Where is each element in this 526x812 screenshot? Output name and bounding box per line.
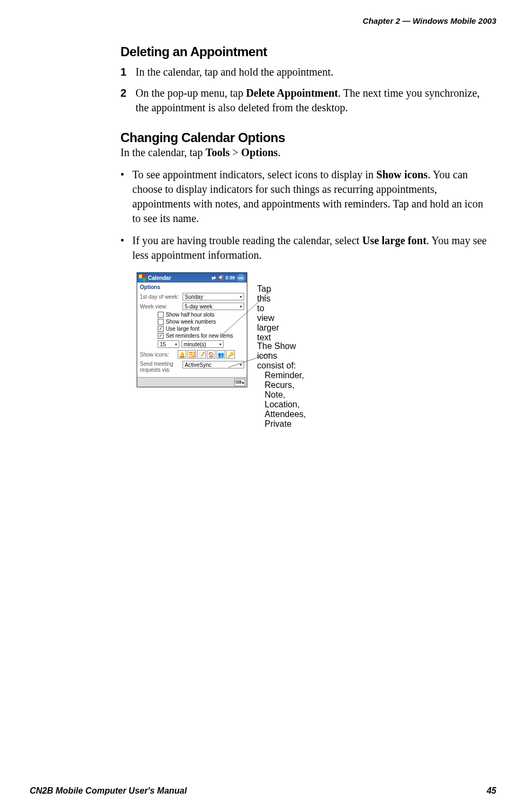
cb-half-hour-row: Show half hour slots (137, 311, 247, 318)
text: > (230, 146, 241, 158)
reminder-icon[interactable]: 🔔 (178, 350, 186, 359)
send-meeting-dropdown[interactable]: ActiveSync (183, 361, 244, 368)
send-meeting-row: Send meeting requests via: ActiveSync (137, 360, 247, 374)
callout-line2: Reminder, Recurs, Note, Location, Attend… (265, 371, 306, 429)
cb-label: Set reminders for new items (166, 333, 233, 339)
dropdown-value: 5-day week (185, 304, 212, 310)
heading-deleting: Deleting an Appointment (120, 44, 491, 59)
connectivity-icon[interactable]: ⇄ (212, 275, 216, 280)
callout-large-text: Tap this to view larger text (257, 284, 279, 343)
text: In the calendar, tap (120, 146, 205, 158)
page-footer: CN2B Mobile Computer User's Manual 45 (30, 786, 496, 796)
step-1: 1 In the calendar, tap and hold the appo… (120, 65, 491, 79)
bullet-text: To see appointment indicators, select ic… (132, 167, 491, 226)
dropdown-value: minute(s) (184, 341, 206, 347)
cb-label: Use large font (166, 326, 199, 332)
bullet-marker: • (120, 167, 132, 226)
sip-bar: ⌨▴ (137, 377, 247, 387)
callout-line1: The Show icons consist of: (257, 341, 306, 371)
ok-button[interactable]: ok (237, 274, 245, 281)
heading-changing: Changing Calendar Options (120, 130, 491, 145)
note-icon[interactable]: 📝 (197, 350, 206, 359)
cb-label: Show week numbers (166, 319, 216, 325)
step-text: In the calendar, tap and hold the appoin… (136, 65, 491, 79)
clock[interactable]: 3:39 (225, 275, 235, 280)
attendees-icon[interactable]: 👥 (217, 350, 225, 359)
private-icon[interactable]: 🔑 (226, 350, 235, 359)
text: On the pop-up menu, tap (136, 87, 246, 99)
step-text: On the pop-up menu, tap Delete Appointme… (136, 86, 491, 115)
running-header: Chapter 2 — Windows Mobile 2003 (30, 16, 496, 25)
checkbox-week-numbers[interactable] (158, 319, 164, 325)
figure: Calendar ⇄ 📢 3:39 ok Options 1st day of … (137, 272, 491, 387)
send-meeting-label: Send meeting requests via: (140, 361, 180, 373)
footer-manual-title: CN2B Mobile Computer User's Manual (30, 786, 187, 796)
step-number: 1 (120, 65, 136, 79)
week-view-label: Week view: (140, 304, 180, 310)
text: . (278, 146, 280, 158)
checkbox-large-font[interactable] (158, 326, 164, 332)
dropdown-value: ActiveSync (185, 362, 211, 368)
bullet-2: • If you are having trouble reading the … (120, 233, 491, 263)
text: If you are having trouble reading the ca… (132, 234, 362, 246)
week-view-dropdown[interactable]: 5-day week (183, 303, 244, 310)
footer-page-number: 45 (487, 786, 496, 796)
recurs-icon[interactable]: 🔁 (187, 350, 196, 359)
app-title: Calendar (148, 275, 212, 281)
bold-term: Use large font (362, 234, 427, 246)
device-screenshot: Calendar ⇄ 📢 3:39 ok Options 1st day of … (137, 272, 247, 387)
cb-large-font-row: Use large font (137, 325, 247, 332)
step-2: 2 On the pop-up menu, tap Delete Appoint… (120, 86, 491, 115)
cb-week-numbers-row: Show week numbers (137, 318, 247, 325)
bold-term: Delete Appointment (246, 87, 338, 99)
cb-reminders-row: Set reminders for new items (137, 332, 247, 339)
intro-line: In the calendar, tap Tools > Options. (120, 145, 491, 160)
bold-term: Show icons (376, 169, 428, 180)
text: To see appointment indicators, select ic… (132, 169, 376, 180)
icon-strip: 🔔 🔁 📝 🏠 👥 🔑 (178, 350, 235, 359)
dropdown-value: Sunday (185, 294, 203, 300)
first-day-row: 1st day of week: Sunday (137, 292, 247, 301)
checkbox-reminders[interactable] (158, 333, 164, 339)
reminder-unit-dropdown[interactable]: minute(s) (181, 340, 224, 348)
bold-term: Options (241, 146, 278, 158)
keyboard-button[interactable]: ⌨▴ (234, 379, 245, 386)
week-view-row: Week view: 5-day week (137, 301, 247, 311)
options-header: Options (137, 283, 247, 292)
bullet-text: If you are having trouble reading the ca… (132, 233, 491, 263)
bullet-1: • To see appointment indicators, select … (120, 167, 491, 226)
bold-term: Tools (205, 146, 230, 158)
dropdown-value: 15 (160, 341, 166, 347)
show-icons-row: Show icons: 🔔 🔁 📝 🏠 👥 🔑 (137, 349, 247, 360)
first-day-dropdown[interactable]: Sunday (183, 293, 244, 300)
show-icons-label: Show icons: (140, 352, 173, 358)
system-tray: ⇄ 📢 3:39 ok (212, 274, 245, 281)
first-day-label: 1st day of week: (140, 294, 180, 300)
reminder-value-row: 15 minute(s) (137, 339, 247, 349)
cb-label: Show half hour slots (166, 312, 214, 318)
start-icon[interactable] (139, 274, 146, 281)
step-number: 2 (120, 86, 136, 115)
bullet-marker: • (120, 233, 132, 263)
callout-show-icons: The Show icons consist of: Reminder, Rec… (257, 341, 306, 429)
titlebar[interactable]: Calendar ⇄ 📢 3:39 ok (137, 273, 247, 283)
reminder-value-dropdown[interactable]: 15 (158, 340, 179, 348)
location-icon[interactable]: 🏠 (207, 350, 215, 359)
volume-icon[interactable]: 📢 (218, 275, 224, 280)
main-content: Deleting an Appointment 1 In the calenda… (120, 44, 491, 387)
checkbox-half-hour[interactable] (158, 312, 164, 318)
